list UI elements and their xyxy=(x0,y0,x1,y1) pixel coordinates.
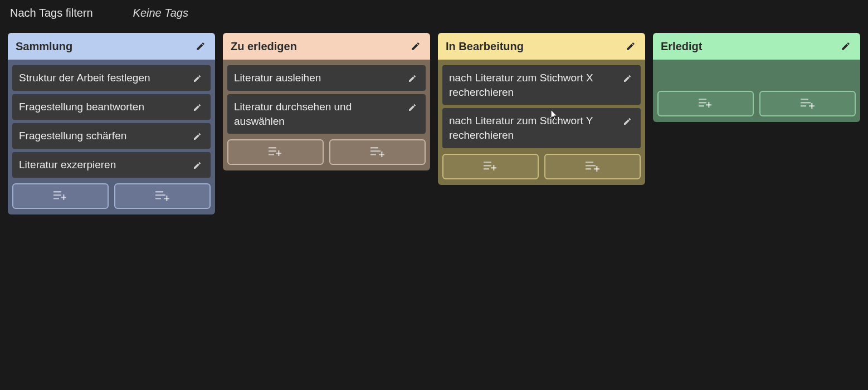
svg-rect-24 xyxy=(491,167,496,169)
card-text: Fragestellung beantworten xyxy=(19,100,186,114)
column-actions xyxy=(12,183,211,209)
filter-bar: Nach Tags filtern Keine Tags xyxy=(0,0,868,33)
column-title: Zu erledigen xyxy=(231,40,297,53)
add-card-button[interactable] xyxy=(442,154,539,179)
svg-rect-15 xyxy=(370,147,378,149)
svg-rect-27 xyxy=(586,168,591,170)
svg-rect-32 xyxy=(699,105,704,107)
svg-rect-35 xyxy=(801,99,808,100)
pencil-icon[interactable] xyxy=(191,101,204,114)
svg-rect-20 xyxy=(484,162,491,163)
card[interactable]: Literatur durchsehen und auswählen xyxy=(227,94,426,134)
pencil-icon[interactable] xyxy=(409,40,422,53)
svg-rect-7 xyxy=(155,198,161,199)
column-actions xyxy=(227,139,426,165)
column-title: Erledigt xyxy=(661,40,702,53)
svg-rect-1 xyxy=(53,194,61,196)
svg-rect-21 xyxy=(484,165,491,167)
add-list-button[interactable] xyxy=(114,183,211,209)
add-list-icon xyxy=(586,160,600,173)
svg-rect-10 xyxy=(269,147,276,149)
card[interactable]: Literatur exzerpieren xyxy=(12,152,211,178)
svg-rect-25 xyxy=(586,162,593,163)
pencil-icon[interactable] xyxy=(621,115,634,128)
svg-rect-12 xyxy=(269,154,274,155)
card[interactable]: Fragestellung schärfen xyxy=(12,123,211,149)
column-header: Sammlung xyxy=(8,33,215,60)
add-card-button[interactable] xyxy=(227,139,324,165)
add-card-icon xyxy=(53,190,68,202)
pencil-icon[interactable] xyxy=(191,130,204,143)
add-list-icon xyxy=(801,98,815,110)
add-list-button[interactable] xyxy=(544,154,641,179)
column-body: Struktur der Arbeit festlegen Fragestell… xyxy=(8,60,215,214)
svg-rect-19 xyxy=(379,154,384,155)
add-card-icon xyxy=(699,98,713,110)
svg-rect-39 xyxy=(809,105,815,107)
pencil-icon[interactable] xyxy=(624,40,637,53)
card[interactable]: nach Literatur zum Stichwort Y recherchi… xyxy=(442,108,641,148)
svg-rect-9 xyxy=(164,198,169,199)
svg-rect-22 xyxy=(484,168,489,170)
add-list-icon xyxy=(155,190,170,202)
svg-rect-31 xyxy=(699,102,706,104)
pencil-icon[interactable] xyxy=(406,101,419,114)
column-actions xyxy=(657,91,856,116)
add-list-icon xyxy=(370,146,385,158)
card-text: nach Literatur zum Stichwort Y recherchi… xyxy=(449,114,616,142)
svg-rect-0 xyxy=(53,191,61,193)
card[interactable]: nach Literatur zum Stichwort X recherchi… xyxy=(442,65,641,105)
add-card-icon xyxy=(269,146,283,158)
kanban-board: Sammlung Struktur der Arbeit festlegen F… xyxy=(0,33,868,214)
svg-rect-26 xyxy=(586,165,596,167)
card-text: Literatur durchsehen und auswählen xyxy=(234,100,401,128)
no-tags-label: Keine Tags xyxy=(133,7,188,20)
column-actions xyxy=(442,154,641,179)
svg-rect-16 xyxy=(370,150,381,152)
svg-rect-30 xyxy=(699,99,706,100)
svg-rect-37 xyxy=(801,105,806,107)
card[interactable]: Struktur der Arbeit festlegen xyxy=(12,65,211,91)
svg-rect-17 xyxy=(370,154,376,155)
pencil-icon[interactable] xyxy=(191,159,204,172)
pencil-icon[interactable] xyxy=(194,40,207,53)
column-title: In Bearbeitung xyxy=(446,40,524,53)
column-zu-erledigen: Zu erledigen Literatur ausleihen Literat… xyxy=(223,33,430,170)
card-text: Literatur exzerpieren xyxy=(19,158,186,172)
column-header: Erledigt xyxy=(653,33,860,60)
column-body xyxy=(653,60,860,122)
svg-rect-4 xyxy=(61,197,66,198)
card-text: Literatur ausleihen xyxy=(234,71,401,85)
add-card-button[interactable] xyxy=(657,91,754,116)
pencil-icon[interactable] xyxy=(191,72,204,85)
pencil-icon[interactable] xyxy=(839,40,852,53)
pencil-icon[interactable] xyxy=(406,72,419,85)
svg-rect-14 xyxy=(276,153,281,154)
card[interactable]: Fragestellung beantworten xyxy=(12,94,211,120)
column-header: In Bearbeitung xyxy=(438,33,645,60)
column-body: Literatur ausleihen Literatur durchsehen… xyxy=(223,60,430,170)
card[interactable]: Literatur ausleihen xyxy=(227,65,426,91)
add-list-button[interactable] xyxy=(759,91,856,116)
column-title: Sammlung xyxy=(16,40,72,53)
svg-rect-36 xyxy=(801,102,811,104)
svg-rect-2 xyxy=(53,198,59,199)
svg-rect-11 xyxy=(269,150,276,152)
card-text: nach Literatur zum Stichwort X recherchi… xyxy=(449,71,616,99)
filter-label[interactable]: Nach Tags filtern xyxy=(10,7,93,20)
column-erledigt: Erledigt xyxy=(653,33,860,122)
svg-rect-5 xyxy=(155,191,163,193)
svg-rect-6 xyxy=(155,194,165,196)
svg-rect-29 xyxy=(594,168,599,170)
card-text: Fragestellung schärfen xyxy=(19,129,186,143)
add-card-button[interactable] xyxy=(12,183,109,209)
add-list-button[interactable] xyxy=(329,139,426,165)
column-header: Zu erledigen xyxy=(223,33,430,60)
pencil-icon[interactable] xyxy=(621,72,634,85)
column-body: nach Literatur zum Stichwort X recherchi… xyxy=(438,60,645,185)
column-in-bearbeitung: In Bearbeitung nach Literatur zum Stichw… xyxy=(438,33,645,185)
card-text: Struktur der Arbeit festlegen xyxy=(19,71,186,85)
column-sammlung: Sammlung Struktur der Arbeit festlegen F… xyxy=(8,33,215,214)
svg-rect-34 xyxy=(706,104,711,106)
add-card-icon xyxy=(484,160,498,173)
